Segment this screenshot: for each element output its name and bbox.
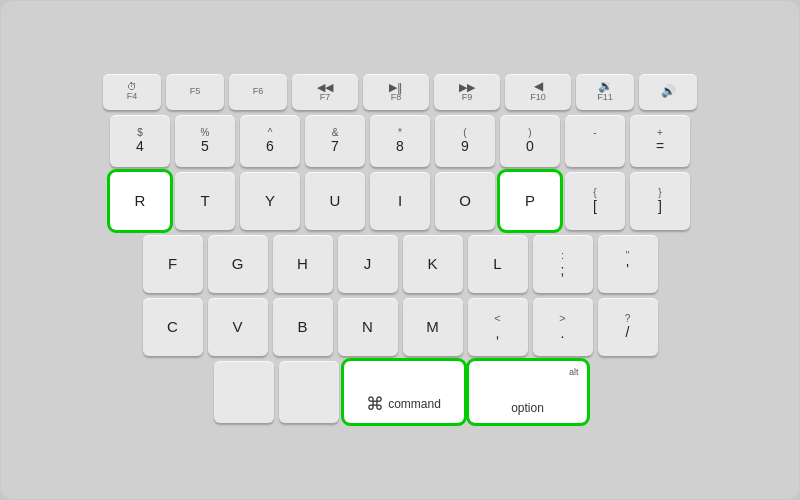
key-fn[interactable]: [214, 361, 274, 423]
key-percent[interactable]: % 5: [175, 115, 235, 167]
key-period[interactable]: > .: [533, 298, 593, 356]
key-u[interactable]: U: [305, 172, 365, 230]
alt-label: alt: [569, 367, 579, 377]
key-f4[interactable]: ⏱ F4: [103, 74, 161, 110]
key-rbracket[interactable]: } ]: [630, 172, 690, 230]
keyboard: ⏱ F4 F5 F6 ◀◀ F7 ▶‖ F8 ▶▶ F9 ◀ F10 🔉 F11: [1, 1, 799, 499]
key-p[interactable]: P: [500, 172, 560, 230]
key-dollar[interactable]: $ 4: [110, 115, 170, 167]
key-o[interactable]: O: [435, 172, 495, 230]
command-symbol-icon: ⌘: [366, 393, 384, 415]
key-ampersand[interactable]: & 7: [305, 115, 365, 167]
key-f8[interactable]: ▶‖ F8: [363, 74, 429, 110]
key-command[interactable]: ⌘ command: [344, 361, 464, 423]
option-label: option: [511, 401, 544, 415]
key-caret[interactable]: ^ 6: [240, 115, 300, 167]
key-i[interactable]: I: [370, 172, 430, 230]
key-y[interactable]: Y: [240, 172, 300, 230]
key-f[interactable]: F: [143, 235, 203, 293]
key-f10[interactable]: ◀ F10: [505, 74, 571, 110]
key-f9[interactable]: ▶▶ F9: [434, 74, 500, 110]
key-comma[interactable]: < ,: [468, 298, 528, 356]
asdf-row: F G H J K L : ; " ': [15, 235, 785, 293]
key-quote[interactable]: " ': [598, 235, 658, 293]
space-row: ⌘ command alt option: [15, 361, 785, 423]
key-t[interactable]: T: [175, 172, 235, 230]
command-label: command: [388, 397, 441, 411]
key-h[interactable]: H: [273, 235, 333, 293]
key-minus[interactable]: -: [565, 115, 625, 167]
key-r[interactable]: R: [110, 172, 170, 230]
number-row: $ 4 % 5 ^ 6 & 7 * 8 ( 9 ) 0 -: [15, 115, 785, 167]
key-rparen[interactable]: ) 0: [500, 115, 560, 167]
key-b[interactable]: B: [273, 298, 333, 356]
key-k[interactable]: K: [403, 235, 463, 293]
key-f5[interactable]: F5: [166, 74, 224, 110]
function-row: ⏱ F4 F5 F6 ◀◀ F7 ▶‖ F8 ▶▶ F9 ◀ F10 🔉 F11: [15, 74, 785, 110]
key-m[interactable]: M: [403, 298, 463, 356]
qwerty-row: R T Y U I O P { [ } ]: [15, 172, 785, 230]
key-asterisk[interactable]: * 8: [370, 115, 430, 167]
key-g[interactable]: G: [208, 235, 268, 293]
key-f6[interactable]: F6: [229, 74, 287, 110]
key-lparen[interactable]: ( 9: [435, 115, 495, 167]
key-lbracket[interactable]: { [: [565, 172, 625, 230]
key-semicolon[interactable]: : ;: [533, 235, 593, 293]
key-v[interactable]: V: [208, 298, 268, 356]
key-option[interactable]: alt option: [469, 361, 587, 423]
key-l[interactable]: L: [468, 235, 528, 293]
key-ctrl[interactable]: [279, 361, 339, 423]
key-f12[interactable]: 🔊: [639, 74, 697, 110]
key-slash[interactable]: ? /: [598, 298, 658, 356]
key-j[interactable]: J: [338, 235, 398, 293]
key-n[interactable]: N: [338, 298, 398, 356]
key-f7[interactable]: ◀◀ F7: [292, 74, 358, 110]
key-f11[interactable]: 🔉 F11: [576, 74, 634, 110]
key-c[interactable]: C: [143, 298, 203, 356]
zxcv-row: C V B N M < , > . ? /: [15, 298, 785, 356]
key-plus[interactable]: + =: [630, 115, 690, 167]
